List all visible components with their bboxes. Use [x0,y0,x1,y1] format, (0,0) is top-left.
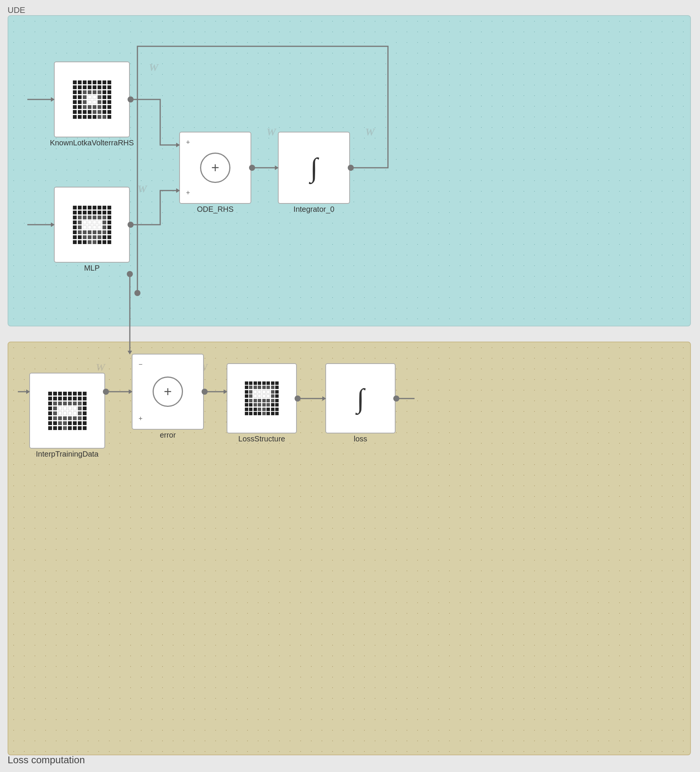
integrator-block[interactable]: ∫ Integrator_0 [278,132,350,204]
ode-rhs-plus-circle: + [200,152,231,183]
integrator-label: Integrator_0 [293,205,334,214]
loss-computation-label: Loss computation [8,754,85,766]
ude-label: UDE [8,5,25,15]
w-mark-1: W [149,62,158,74]
loss-section: W W W W InterpTrainingData − + + error [8,342,691,755]
w-mark-2: W [137,183,147,195]
error-plus: + [139,415,143,423]
loss-block[interactable]: ∫ loss [325,363,396,433]
loss-integral-symbol: ∫ [357,385,365,412]
error-label: error [160,431,176,440]
loss-structure-block[interactable]: LossStructure [227,363,297,433]
w-mark-5: W [96,361,105,373]
known-lotka-label: KnownLotkaVolterraRHS [50,139,134,147]
w-mark-4: W [365,126,375,138]
error-circle: + [153,376,183,407]
ode-rhs-label: ODE_RHS [197,205,234,214]
integrator-symbol: ∫ [310,154,318,182]
svg-marker-20 [128,351,132,355]
mlp-label: MLP [84,264,100,273]
ode-plus2: + [186,189,190,197]
loss-structure-label: LossStructure [239,435,285,443]
interp-training-label: InterpTrainingData [36,450,99,458]
svg-point-12 [134,290,141,296]
loss-label: loss [354,435,368,443]
w-mark-3: W [267,126,276,138]
main-container: UDE W W W W KnownLotkaVolterraRHS [0,0,700,772]
error-block[interactable]: − + + error [132,354,204,430]
known-lotka-block[interactable]: KnownLotkaVolterraRHS [54,62,130,137]
error-minus: − [139,361,143,368]
ude-section: W W W W KnownLotkaVolterraRHS [8,15,691,326]
mlp-block[interactable]: MLP [54,187,130,263]
ode-plus1: + [186,139,190,147]
ode-rhs-block[interactable]: + + + ODE_RHS [179,132,251,204]
interp-training-block[interactable]: InterpTrainingData [29,373,105,449]
